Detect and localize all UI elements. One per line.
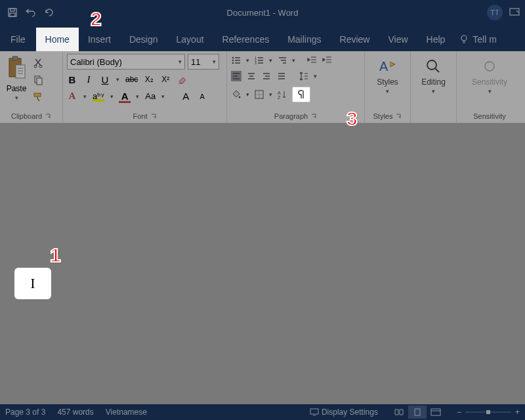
- decrease-indent-icon[interactable]: [307, 55, 318, 66]
- change-case-button[interactable]: Aa: [145, 91, 156, 101]
- svg-rect-2: [10, 13, 15, 16]
- numbering-icon[interactable]: 123: [254, 55, 264, 66]
- shrink-font-button[interactable]: A: [197, 93, 207, 100]
- align-left-icon[interactable]: [231, 71, 242, 81]
- web-layout-icon[interactable]: [427, 406, 445, 419]
- svg-rect-1: [10, 9, 14, 11]
- sort-icon[interactable]: AZ: [277, 89, 287, 100]
- tab-home[interactable]: Home: [36, 28, 79, 51]
- align-right-icon[interactable]: [261, 71, 272, 81]
- tab-file[interactable]: File: [0, 28, 36, 51]
- chevron-down-icon: ▾: [116, 76, 119, 83]
- font-group-label: Font: [133, 112, 147, 120]
- tell-me[interactable]: Tell m: [454, 34, 502, 51]
- underline-button[interactable]: U: [100, 74, 110, 85]
- format-painter-icon[interactable]: [32, 91, 45, 104]
- show-hide-paragraph-button[interactable]: [292, 87, 310, 102]
- align-center-icon[interactable]: [246, 71, 257, 81]
- svg-text:Z: Z: [278, 95, 281, 100]
- ribbon: Paste ▾ Clipboard Calibri (Body)▾ 11▾ B …: [0, 51, 525, 123]
- chevron-down-icon: ▾: [83, 93, 87, 100]
- tab-insert[interactable]: Insert: [79, 28, 120, 51]
- paste-label: Paste: [7, 84, 27, 93]
- highlight-button[interactable]: aᵇʸ: [93, 91, 104, 101]
- chevron-down-icon: ▾: [136, 93, 139, 100]
- paste-button[interactable]: Paste ▾: [4, 54, 29, 101]
- svg-rect-28: [415, 409, 420, 415]
- font-launcher-icon[interactable]: [150, 113, 157, 119]
- zoom-control[interactable]: − +: [457, 408, 520, 417]
- bold-button[interactable]: B: [67, 74, 77, 85]
- user-avatar[interactable]: TT: [487, 5, 503, 20]
- paragraph-launcher-icon[interactable]: [310, 113, 317, 119]
- sensitivity-group-label: Sensitivity: [473, 112, 506, 120]
- svg-rect-27: [310, 409, 318, 414]
- font-name-select[interactable]: Calibri (Body)▾: [67, 54, 185, 70]
- quick-access-toolbar: [0, 5, 56, 20]
- redo-icon[interactable]: [42, 5, 56, 20]
- window-title: Document1 - Word: [227, 8, 299, 18]
- status-language[interactable]: Vietnamese: [106, 408, 147, 417]
- copy-icon[interactable]: [32, 74, 45, 87]
- tab-design[interactable]: Design: [120, 28, 167, 51]
- group-sensitivity: Sensitivity ▾ Sensitivity: [457, 51, 522, 123]
- tab-mailings[interactable]: Mailings: [278, 28, 330, 51]
- tell-me-label: Tell m: [472, 34, 497, 45]
- group-clipboard: Paste ▾ Clipboard: [0, 51, 63, 123]
- superscript-button[interactable]: X²: [160, 75, 171, 84]
- svg-point-4: [461, 35, 467, 41]
- tab-review[interactable]: Review: [331, 28, 379, 51]
- editing-label: Editing: [421, 77, 446, 87]
- chevron-down-icon: ▾: [432, 88, 435, 94]
- clear-formatting-icon[interactable]: [177, 74, 188, 85]
- search-icon: [422, 56, 444, 76]
- zoom-slider[interactable]: [465, 410, 511, 414]
- shading-icon[interactable]: [231, 89, 242, 100]
- italic-button[interactable]: I: [83, 74, 94, 85]
- bullets-icon[interactable]: [231, 55, 242, 66]
- font-color-button[interactable]: A: [119, 91, 130, 102]
- editing-button[interactable]: Editing ▾: [415, 54, 452, 94]
- tab-layout[interactable]: Layout: [167, 28, 213, 51]
- svg-rect-31: [486, 410, 490, 414]
- multilevel-list-icon[interactable]: [277, 55, 287, 66]
- font-name-value: Calibri (Body): [70, 57, 122, 67]
- lightbulb-icon: [459, 34, 469, 45]
- sensitivity-button: Sensitivity ▾: [465, 54, 514, 94]
- line-spacing-icon[interactable]: [299, 71, 309, 81]
- tab-references[interactable]: References: [213, 28, 279, 51]
- read-mode-icon[interactable]: [390, 406, 408, 419]
- clipboard-launcher-icon[interactable]: [45, 113, 51, 119]
- svg-text:3: 3: [255, 61, 257, 65]
- cut-icon[interactable]: [32, 56, 45, 70]
- group-styles: A Styles ▾ Styles: [365, 51, 411, 123]
- undo-icon[interactable]: [24, 5, 38, 20]
- text-effects-button[interactable]: A: [67, 91, 77, 102]
- svg-text:A: A: [278, 91, 281, 95]
- justify-icon[interactable]: [276, 71, 287, 81]
- subscript-button[interactable]: X₂: [144, 75, 154, 84]
- font-size-select[interactable]: 11▾: [188, 54, 219, 70]
- svg-text:A: A: [379, 59, 388, 74]
- grow-font-button[interactable]: A: [180, 91, 191, 102]
- styles-button[interactable]: A Styles ▾: [370, 54, 406, 94]
- strikethrough-button[interactable]: abc: [125, 75, 138, 84]
- document-canvas[interactable]: I: [0, 123, 525, 404]
- tab-view[interactable]: View: [379, 28, 417, 51]
- view-buttons: [390, 406, 445, 419]
- zoom-out-icon[interactable]: −: [457, 408, 461, 417]
- save-icon[interactable]: [5, 5, 20, 20]
- editing-group-label: [432, 112, 434, 120]
- ribbon-display-icon[interactable]: [509, 8, 520, 17]
- print-layout-icon[interactable]: [408, 406, 427, 419]
- styles-label: Styles: [377, 77, 398, 87]
- display-settings-button[interactable]: Display Settings: [310, 408, 378, 417]
- increase-indent-icon[interactable]: [322, 55, 333, 66]
- zoom-in-icon[interactable]: +: [515, 408, 520, 417]
- status-page[interactable]: Page 3 of 3: [5, 408, 45, 417]
- borders-icon[interactable]: [254, 89, 264, 100]
- styles-group-label: Styles: [373, 112, 393, 120]
- tab-help[interactable]: Help: [417, 28, 455, 51]
- status-word-count[interactable]: 457 words: [57, 408, 93, 417]
- styles-launcher-icon[interactable]: [395, 113, 402, 119]
